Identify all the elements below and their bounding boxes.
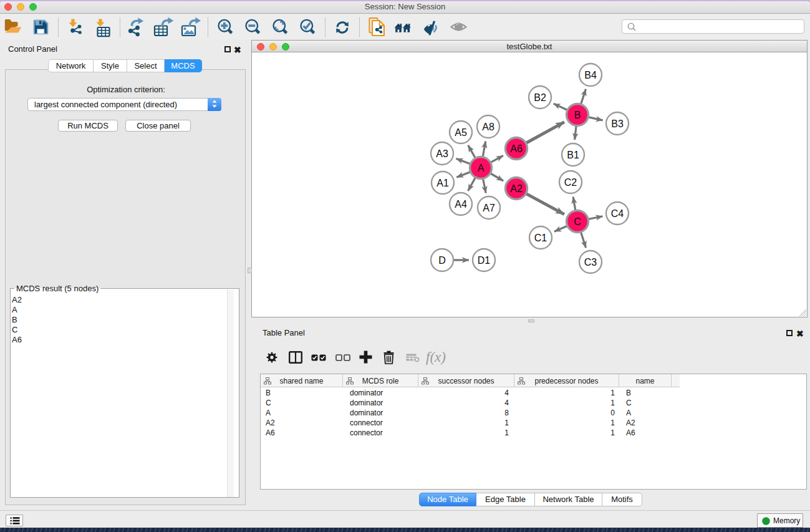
svg-text:D: D xyxy=(438,255,446,266)
svg-text:C: C xyxy=(574,216,581,227)
svg-text:A1: A1 xyxy=(436,178,449,188)
svg-text:A6: A6 xyxy=(510,143,523,154)
svg-text:B: B xyxy=(574,110,581,120)
svg-text:B4: B4 xyxy=(584,70,597,80)
svg-text:C3: C3 xyxy=(584,257,597,268)
svg-text:A2: A2 xyxy=(510,183,523,194)
svg-text:B3: B3 xyxy=(611,118,624,129)
svg-text:B1: B1 xyxy=(567,150,579,160)
svg-text:C4: C4 xyxy=(611,208,624,219)
svg-text:C2: C2 xyxy=(564,177,577,188)
svg-text:D1: D1 xyxy=(478,255,491,266)
svg-text:A: A xyxy=(478,163,485,173)
svg-text:A3: A3 xyxy=(436,148,448,159)
svg-text:C1: C1 xyxy=(534,233,547,243)
svg-text:B2: B2 xyxy=(534,92,546,103)
svg-text:A8: A8 xyxy=(482,122,494,132)
svg-text:A5: A5 xyxy=(455,127,467,138)
svg-text:A7: A7 xyxy=(483,203,495,213)
svg-text:A4: A4 xyxy=(455,199,467,210)
